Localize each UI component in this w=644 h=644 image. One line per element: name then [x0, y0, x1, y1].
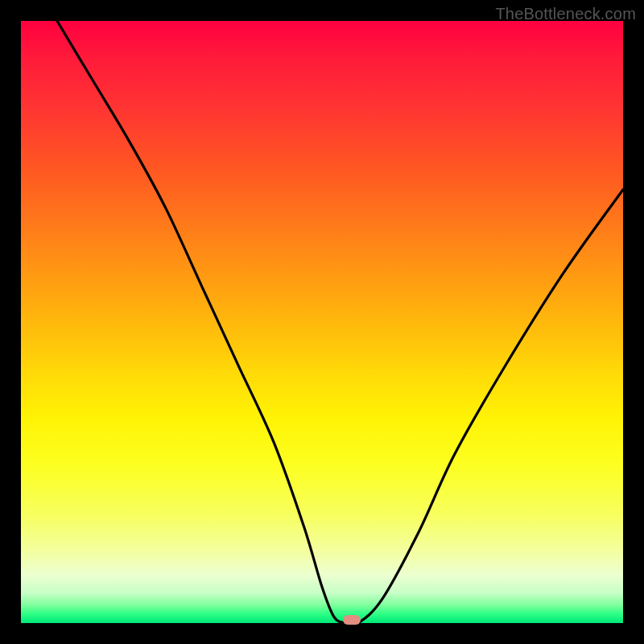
curve-path [57, 21, 623, 623]
watermark-text: TheBottleneck.com [495, 5, 636, 23]
chart-frame: TheBottleneck.com [0, 0, 644, 644]
plot-area [21, 21, 623, 623]
min-marker [343, 615, 361, 625]
bottleneck-curve [21, 21, 623, 623]
